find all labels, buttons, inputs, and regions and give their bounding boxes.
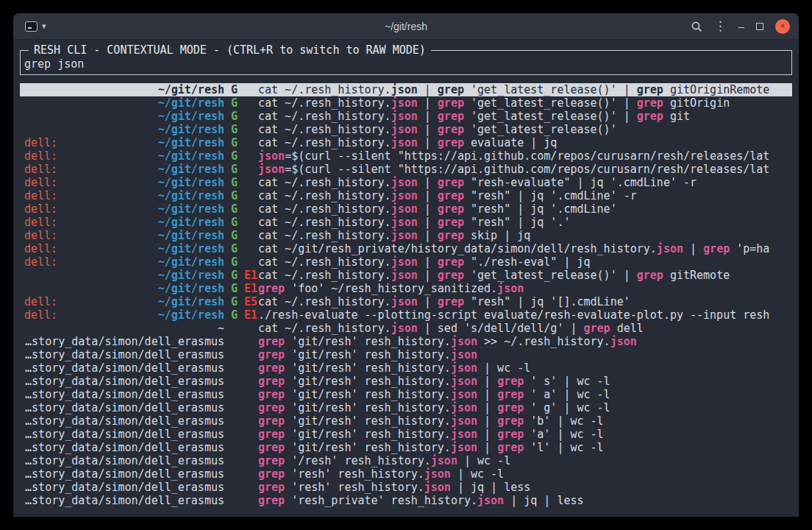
row-location: ~/git/resh	[24, 269, 224, 282]
directory-label: ~/git/resh	[158, 163, 224, 176]
command-text: cat ~/.resh_history.json | grep skip | j…	[258, 229, 792, 242]
command-text: cat ~/.resh_history.json | grep "resh" |…	[258, 295, 792, 308]
directory-label: ~/git/resh	[158, 123, 224, 136]
history-row[interactable]: …story_data/simon/dell_erasmusgrep 'resh…	[20, 481, 792, 494]
history-row[interactable]: …story_data/simon/dell_erasmusgrep 'resh…	[20, 494, 792, 507]
row-flags: G	[224, 123, 258, 136]
command-text: json=$(curl --silent "https://api.github…	[258, 163, 792, 176]
history-row[interactable]: ~/git/reshGcat ~/.resh_history.json | gr…	[20, 123, 792, 136]
row-flags	[224, 441, 258, 454]
git-flag: G	[231, 308, 238, 322]
git-flag: G	[231, 282, 238, 295]
row-flags	[224, 454, 258, 467]
history-row[interactable]: dell:~/git/reshGcat ~/.resh_history.json…	[20, 229, 792, 242]
row-location: dell:~/git/resh	[24, 308, 224, 322]
command-text: grep 'git/resh' resh_history.json | grep…	[258, 414, 792, 428]
history-row[interactable]: dell:~/git/reshGcat ~/git/resh_private/h…	[20, 242, 792, 255]
terminal-icon	[25, 21, 38, 32]
history-row[interactable]: …story_data/simon/dell_erasmusgrep 'git/…	[20, 361, 792, 375]
history-row[interactable]: …story_data/simon/dell_erasmusgrep 'git/…	[20, 388, 792, 401]
new-terminal-button[interactable]: ▾	[25, 21, 46, 32]
restore-button[interactable]	[756, 23, 763, 30]
history-row[interactable]: …story_data/simon/dell_erasmusgrep 'git/…	[20, 428, 792, 441]
menu-button[interactable]: ⋮	[714, 20, 727, 32]
row-location: …story_data/simon/dell_erasmus	[24, 401, 224, 414]
directory-label: ~/git/resh	[158, 255, 224, 269]
history-row[interactable]: …story_data/simon/dell_erasmusgrep 'git/…	[20, 375, 792, 388]
close-button[interactable]: ×	[775, 19, 790, 34]
command-text: grep '/resh' resh_history.json | wc -l	[258, 454, 792, 467]
row-flags: G	[224, 96, 258, 110]
host-label: dell:	[24, 295, 57, 308]
history-row[interactable]: …story_data/simon/dell_erasmusgrep 'git/…	[20, 414, 792, 428]
history-row[interactable]: dell:~/git/reshGcat ~/.resh_history.json…	[20, 216, 792, 229]
command-text: cat ~/.resh_history.json | grep "resh-ev…	[258, 176, 792, 189]
history-list: ~/git/reshGcat ~/.resh_history.json | gr…	[20, 83, 792, 507]
row-flags	[224, 361, 258, 375]
row-location: …story_data/simon/dell_erasmus	[24, 335, 224, 348]
history-row[interactable]: …story_data/simon/dell_erasmusgrep 'git/…	[20, 401, 792, 414]
directory-label: …story_data/simon/dell_erasmus	[25, 388, 224, 401]
host-label: dell:	[24, 136, 57, 149]
history-row[interactable]: ~/git/reshGcat ~/.resh_history.json | gr…	[20, 110, 792, 123]
history-row[interactable]: dell:~/git/reshGcat ~/.resh_history.json…	[20, 202, 792, 216]
history-row[interactable]: …story_data/simon/dell_erasmusgrep 'git/…	[20, 441, 792, 454]
row-location: dell:~/git/resh	[24, 149, 224, 163]
history-row[interactable]: ~/git/reshGE1grep 'foo' ~/resh_history_s…	[20, 282, 792, 295]
exit-status-flag: E1	[244, 308, 257, 322]
git-flag: G	[231, 136, 238, 149]
history-row[interactable]: dell:~/git/reshGE5cat ~/.resh_history.js…	[20, 295, 792, 308]
directory-label: ~/git/resh	[158, 269, 224, 282]
row-location: dell:~/git/resh	[24, 189, 224, 202]
history-row[interactable]: ~cat ~/.resh_history.json | sed 's/dell/…	[20, 322, 792, 335]
row-location: ~/git/resh	[24, 110, 224, 123]
history-row[interactable]: dell:~/git/reshGE1./resh-evaluate --plot…	[20, 308, 792, 322]
command-text: ./resh-evaluate --plotting-script evalua…	[258, 308, 792, 322]
history-row[interactable]: dell:~/git/reshGjson=$(curl --silent "ht…	[20, 163, 792, 176]
directory-label: ~/git/resh	[158, 96, 224, 110]
directory-label: …story_data/simon/dell_erasmus	[25, 441, 224, 454]
directory-label: …story_data/simon/dell_erasmus	[25, 494, 224, 507]
command-text: grep 'resh_private' resh_history.json | …	[258, 494, 792, 507]
search-query-input[interactable]: grep json	[24, 58, 788, 71]
row-flags: G	[224, 83, 258, 96]
git-flag: G	[231, 149, 238, 163]
history-row[interactable]: dell:~/git/reshGcat ~/.resh_history.json…	[20, 136, 792, 149]
command-text: grep 'git/resh' resh_history.json | grep…	[258, 401, 792, 414]
search-button[interactable]	[691, 21, 702, 32]
terminal-window: ▾ ~/git/resh ⋮ – ×	[13, 13, 799, 517]
directory-label: ~/git/resh	[158, 282, 224, 295]
row-flags: G	[224, 163, 258, 176]
command-text: grep 'git/resh' resh_history.json	[258, 348, 792, 361]
command-text: grep 'foo' ~/resh_history_sanitized.json	[258, 282, 792, 295]
history-row[interactable]: ~/git/reshGcat ~/.resh_history.json | gr…	[20, 96, 792, 110]
directory-label: …story_data/simon/dell_erasmus	[25, 401, 224, 414]
history-row[interactable]: …story_data/simon/dell_erasmusgrep '/res…	[20, 454, 792, 467]
row-flags: G	[224, 136, 258, 149]
history-row[interactable]: dell:~/git/reshGcat ~/.resh_history.json…	[20, 255, 792, 269]
row-location: dell:~/git/resh	[24, 163, 224, 176]
row-location: ~/git/resh	[24, 83, 224, 96]
row-location: ~/git/resh	[24, 123, 224, 136]
history-row[interactable]: …story_data/simon/dell_erasmusgrep 'resh…	[20, 467, 792, 481]
minimize-button[interactable]: –	[738, 21, 744, 32]
history-row[interactable]: …story_data/simon/dell_erasmusgrep 'git/…	[20, 335, 792, 348]
history-row[interactable]: dell:~/git/reshGcat ~/.resh_history.json…	[20, 176, 792, 189]
command-text: cat ~/.resh_history.json | grep 'get_lat…	[258, 83, 792, 96]
history-row[interactable]: …story_data/simon/dell_erasmusgrep 'git/…	[20, 348, 792, 361]
command-text: grep 'git/resh' resh_history.json >> ~/.…	[258, 335, 792, 348]
command-text: grep 'resh' resh_history.json | wc -l	[258, 467, 792, 481]
row-flags	[224, 428, 258, 441]
history-row[interactable]: dell:~/git/reshGcat ~/.resh_history.json…	[20, 189, 792, 202]
row-location: …story_data/simon/dell_erasmus	[24, 454, 224, 467]
directory-label: …story_data/simon/dell_erasmus	[25, 361, 224, 375]
history-row[interactable]: ~/git/reshGE1cat ~/.resh_history.json | …	[20, 269, 792, 282]
history-row[interactable]: dell:~/git/reshGjson=$(curl --silent "ht…	[20, 149, 792, 163]
history-row[interactable]: ~/git/reshGcat ~/.resh_history.json | gr…	[20, 83, 792, 96]
terminal-content: RESH CLI - CONTEXTUAL MODE - (CTRL+R to …	[13, 40, 799, 517]
git-flag: G	[231, 229, 238, 242]
row-location: dell:~/git/resh	[24, 136, 224, 149]
row-flags	[224, 467, 258, 481]
row-flags	[224, 348, 258, 361]
directory-label: …story_data/simon/dell_erasmus	[25, 467, 224, 481]
